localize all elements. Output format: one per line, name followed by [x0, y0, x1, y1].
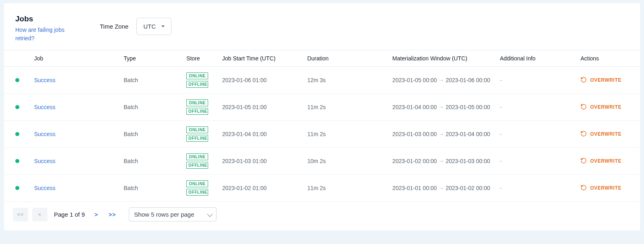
- col-actions: Actions: [577, 50, 640, 67]
- col-start: Job Start Time (UTC): [219, 50, 304, 67]
- offline-badge: OFFLINE: [186, 162, 208, 169]
- window-from: 2023-01-01 00:00: [392, 185, 437, 191]
- store-badges: ONLINEOFFLINE: [186, 153, 216, 169]
- offline-badge: OFFLINE: [186, 135, 208, 142]
- timezone-value: UTC: [143, 23, 156, 30]
- refresh-icon: [580, 77, 587, 84]
- additional-info: -: [500, 104, 502, 110]
- table-row: SuccessBatchONLINEOFFLINE2023-01-06 01:0…: [4, 67, 640, 94]
- additional-info: -: [500, 158, 502, 164]
- job-status-link[interactable]: Success: [34, 158, 56, 164]
- additional-info: -: [500, 131, 502, 137]
- job-start-time: 2023-01-04 01:00: [222, 131, 267, 137]
- job-duration: 11m 2s: [307, 131, 326, 137]
- online-badge: ONLINE: [186, 180, 208, 187]
- store-badges: ONLINEOFFLINE: [186, 72, 216, 88]
- job-start-time: 2023-01-06 01:00: [222, 77, 267, 83]
- job-start-time: 2023-01-03 01:00: [222, 158, 267, 164]
- online-badge: ONLINE: [186, 153, 208, 160]
- overwrite-button[interactable]: OVERWRITE: [580, 77, 621, 84]
- col-duration: Duration: [304, 50, 389, 67]
- table-row: SuccessBatchONLINEOFFLINE2023-01-02 01:0…: [4, 175, 640, 202]
- job-duration: 10m 2s: [307, 158, 326, 164]
- page-first-button[interactable]: <<: [13, 208, 28, 221]
- job-start-time: 2023-01-05 01:00: [222, 104, 267, 110]
- jobs-panel: Jobs How are failing jobs retried? Time …: [4, 3, 640, 230]
- col-status: [4, 50, 31, 67]
- page-prev-button[interactable]: <: [32, 208, 47, 221]
- job-duration: 11m 2s: [307, 104, 326, 110]
- job-type: Batch: [124, 77, 138, 83]
- window-to: 2023-01-03 00:00: [446, 158, 490, 164]
- refresh-icon: [580, 103, 587, 111]
- arrow-right-icon: →: [438, 104, 444, 110]
- page-last-button[interactable]: >>: [105, 209, 119, 220]
- page-next-button[interactable]: >: [91, 209, 101, 220]
- overwrite-label: OVERWRITE: [590, 104, 621, 110]
- col-window: Materialization Window (UTC): [389, 50, 497, 67]
- additional-info: -: [500, 77, 502, 83]
- job-type: Batch: [124, 131, 138, 137]
- jobs-table: Job Type Store Job Start Time (UTC) Dura…: [4, 50, 640, 202]
- overwrite-button[interactable]: OVERWRITE: [580, 103, 621, 111]
- chevron-down-icon: [207, 211, 213, 217]
- window-from: 2023-01-02 00:00: [392, 158, 437, 164]
- page-label: Page 1 of 9: [54, 211, 85, 218]
- window-to: 2023-01-06 00:00: [446, 77, 490, 83]
- col-type: Type: [120, 50, 183, 67]
- panel-header: Jobs How are failing jobs retried? Time …: [4, 3, 640, 50]
- overwrite-label: OVERWRITE: [590, 77, 621, 83]
- job-status-link[interactable]: Success: [34, 104, 56, 110]
- pagination: << < Page 1 of 9 > >> Show 5 rows per pa…: [4, 202, 640, 230]
- status-dot-icon: [15, 186, 19, 190]
- col-info: Additional Info: [497, 50, 577, 67]
- status-dot-icon: [15, 159, 19, 163]
- refresh-icon: [580, 184, 587, 192]
- refresh-icon: [580, 130, 587, 138]
- job-duration: 12m 3s: [307, 77, 326, 83]
- timezone-select[interactable]: UTC: [136, 18, 171, 35]
- arrow-right-icon: →: [438, 158, 444, 164]
- arrow-right-icon: →: [438, 185, 444, 191]
- col-job: Job: [31, 50, 121, 67]
- overwrite-label: OVERWRITE: [590, 185, 621, 191]
- job-status-link[interactable]: Success: [34, 185, 56, 191]
- refresh-icon: [580, 157, 587, 165]
- rows-per-page-label: Show 5 rows per page: [134, 211, 194, 218]
- status-dot-icon: [15, 105, 19, 109]
- window-to: 2023-01-02 00:00: [446, 185, 490, 191]
- job-type: Batch: [124, 104, 138, 110]
- window-from: 2023-01-05 00:00: [392, 77, 437, 83]
- job-duration: 11m 2s: [307, 185, 326, 191]
- col-store: Store: [183, 50, 219, 67]
- window-to: 2023-01-04 00:00: [446, 131, 490, 137]
- timezone-block: Time Zone UTC: [100, 18, 171, 35]
- arrow-right-icon: →: [438, 131, 444, 137]
- store-badges: ONLINEOFFLINE: [186, 99, 216, 115]
- status-dot-icon: [15, 78, 19, 82]
- offline-badge: OFFLINE: [186, 108, 208, 115]
- chevron-down-icon: [161, 25, 165, 27]
- additional-info: -: [500, 185, 502, 191]
- overwrite-button[interactable]: OVERWRITE: [580, 157, 621, 165]
- table-row: SuccessBatchONLINEOFFLINE2023-01-04 01:0…: [4, 121, 640, 148]
- rows-per-page-select[interactable]: Show 5 rows per page: [129, 207, 217, 221]
- store-badges: ONLINEOFFLINE: [186, 126, 216, 142]
- job-type: Batch: [124, 158, 138, 164]
- title-block: Jobs How are failing jobs retried?: [15, 14, 84, 43]
- window-from: 2023-01-03 00:00: [392, 131, 437, 137]
- window-from: 2023-01-04 00:00: [392, 104, 437, 110]
- job-type: Batch: [124, 185, 138, 191]
- table-header-row: Job Type Store Job Start Time (UTC) Dura…: [4, 50, 640, 67]
- help-link[interactable]: How are failing jobs retried?: [15, 27, 64, 41]
- overwrite-button[interactable]: OVERWRITE: [580, 130, 621, 138]
- job-status-link[interactable]: Success: [34, 77, 56, 83]
- overwrite-label: OVERWRITE: [590, 158, 621, 164]
- timezone-label: Time Zone: [100, 23, 128, 30]
- job-status-link[interactable]: Success: [34, 131, 56, 137]
- overwrite-button[interactable]: OVERWRITE: [580, 184, 621, 192]
- online-badge: ONLINE: [186, 126, 208, 133]
- online-badge: ONLINE: [186, 99, 208, 106]
- overwrite-label: OVERWRITE: [590, 131, 621, 137]
- window-to: 2023-01-05 00:00: [446, 104, 490, 110]
